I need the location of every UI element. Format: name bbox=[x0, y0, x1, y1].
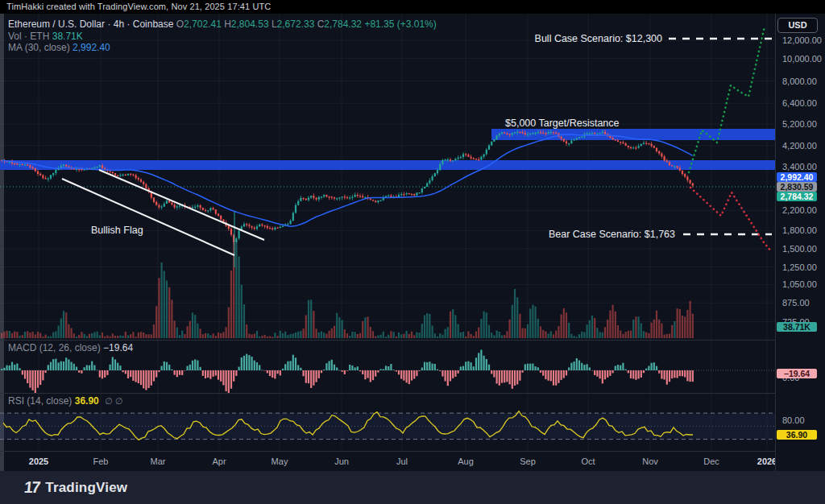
bear-case-annotation[interactable]: Bear Case Scenario: $1,763 bbox=[500, 229, 675, 240]
price-scale[interactable]: USD 0.00 80.00 12,000.0010,000.008,000.0… bbox=[775, 14, 825, 471]
attribution-bar: TimHakki created with TradingView.com, N… bbox=[0, 0, 825, 14]
price-tick: 1,500.00 bbox=[782, 244, 817, 254]
time-tick: Oct bbox=[581, 456, 595, 466]
time-tick: 2025 bbox=[29, 456, 48, 466]
time-axis[interactable]: 2025FebMarAprMayJunJulAugSepOctNovDec202… bbox=[0, 451, 775, 472]
bullish-flag-annotation[interactable]: Bullish Flag bbox=[91, 225, 143, 236]
price-tick: 6,400.00 bbox=[782, 98, 817, 108]
time-tick: Feb bbox=[93, 456, 109, 466]
currency-button[interactable]: USD bbox=[777, 18, 818, 33]
price-tick: 1,250.00 bbox=[782, 262, 817, 272]
low-label: L bbox=[272, 19, 277, 30]
bottom-bar: 17 TradingView bbox=[0, 471, 825, 504]
symbol-legend[interactable]: Ethereum / U.S. Dollar · 4h · Coinbase O… bbox=[8, 19, 437, 30]
axis-value-badge: 38.71K bbox=[777, 322, 817, 332]
bull-case-annotation[interactable]: Bull Case Scenario: $12,300 bbox=[483, 33, 662, 44]
time-tick: 2026 bbox=[757, 456, 775, 466]
volume-legend[interactable]: Vol · ETH 38.71K bbox=[8, 31, 83, 42]
price-tick: 5,200.00 bbox=[782, 119, 817, 129]
time-tick: Mar bbox=[151, 456, 166, 466]
rsi-value: 36.90 bbox=[75, 395, 99, 407]
resistance-annotation[interactable]: $5,000 Target/Resistance bbox=[505, 118, 620, 129]
price-tick: 10,000.00 bbox=[782, 54, 822, 64]
price-tick: 2,200.00 bbox=[782, 205, 817, 215]
hidden-plot-icons[interactable]: ∅ ∅ bbox=[102, 396, 122, 406]
volume-label: Vol · ETH bbox=[8, 31, 49, 42]
volume-value: 38.71K bbox=[52, 31, 83, 42]
axis-value-badge: 36.90 bbox=[777, 430, 817, 440]
time-tick: May bbox=[272, 456, 288, 466]
axis-value-badge: −19.64 bbox=[777, 369, 817, 378]
price-pane-canvas[interactable] bbox=[0, 14, 775, 340]
open-label: O bbox=[176, 19, 184, 30]
price-tick: 875.00 bbox=[782, 298, 810, 308]
time-tick: Jul bbox=[396, 456, 408, 466]
ma-value: 2,992.40 bbox=[73, 42, 110, 53]
price-tick: 4,200.00 bbox=[782, 141, 817, 151]
symbol-title[interactable]: Ethereum / U.S. Dollar · 4h · Coinbase bbox=[8, 19, 173, 30]
open-value: 2,702.41 bbox=[184, 19, 222, 30]
attribution-text: TimHakki created with TradingView.com, N… bbox=[6, 2, 271, 11]
rsi-label: RSI (14, close) bbox=[8, 395, 72, 407]
axis-value-badge: 2,830.59 bbox=[777, 182, 817, 192]
price-tick: 8,000.00 bbox=[782, 76, 817, 86]
macd-legend[interactable]: MACD (12, 26, close) −19.64 bbox=[8, 342, 133, 353]
ma-legend[interactable]: MA (30, close) 2,992.40 bbox=[8, 42, 110, 53]
rsi-legend[interactable]: RSI (14, close) 36.90 ∅ ∅ bbox=[8, 395, 122, 407]
change-value: +81.35 (+3.01%) bbox=[364, 19, 436, 30]
tradingview-chart-window: TimHakki created with TradingView.com, N… bbox=[0, 0, 825, 504]
high-label: H bbox=[224, 19, 231, 30]
price-tick: 1,800.00 bbox=[782, 225, 817, 235]
time-tick: Aug bbox=[458, 456, 474, 466]
price-tick: 12,000.00 bbox=[782, 35, 822, 45]
price-tick: 3,400.00 bbox=[782, 162, 817, 171]
time-tick: Apr bbox=[212, 456, 226, 466]
tradingview-logo-text: TradingView bbox=[45, 480, 127, 496]
tradingview-logo-icon: 17 bbox=[23, 478, 40, 497]
macd-value: −19.64 bbox=[103, 342, 133, 353]
tradingview-logo[interactable]: 17 TradingView bbox=[24, 478, 127, 497]
time-tick: Dec bbox=[703, 456, 719, 466]
price-tick: 1,050.00 bbox=[782, 279, 817, 289]
high-value: 2,804.53 bbox=[231, 19, 269, 30]
ma-label: MA (30, close) bbox=[8, 42, 70, 53]
time-tick: Nov bbox=[642, 456, 658, 466]
low-value: 2,672.33 bbox=[277, 19, 315, 30]
time-tick: Jun bbox=[334, 456, 349, 466]
close-value: 2,784.32 bbox=[324, 19, 362, 30]
rsi-80-tick: 80.00 bbox=[782, 415, 805, 425]
time-tick: Sep bbox=[520, 456, 536, 466]
axis-value-badge: 2,992.40 bbox=[777, 172, 817, 182]
macd-label: MACD (12, 26, close) bbox=[8, 342, 101, 353]
axis-value-badge: 2,784.32 bbox=[777, 192, 817, 201]
